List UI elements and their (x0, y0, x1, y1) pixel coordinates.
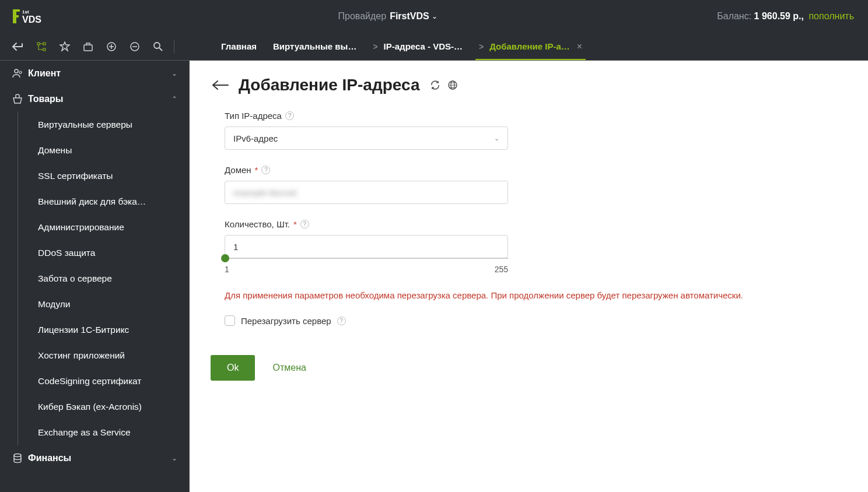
help-icon[interactable]: ? (285, 111, 294, 120)
sidebar-item-label: Товары (28, 94, 172, 104)
sidebar-sub-domains[interactable]: Домены (24, 138, 189, 163)
required-marker: * (255, 165, 258, 175)
briefcase-icon[interactable] (78, 37, 98, 57)
slider-range: 1 255 (225, 265, 508, 274)
ok-button[interactable]: Ok (211, 355, 255, 381)
svg-point-10 (19, 71, 22, 73)
chevron-down-icon: ⌄ (494, 135, 499, 142)
tab-add-ip[interactable]: > Добавление IP-а… × (471, 33, 590, 60)
sidebar-sub-external-disk[interactable]: Внешний диск для бэка… (24, 189, 189, 215)
tab-main[interactable]: Главная (213, 33, 265, 60)
field-ip-type: Тип IP-адреса ? IPv6-адрес ⌄ (225, 111, 829, 150)
content-area: Добавление IP-адреса Тип IP-адреса ? IPv… (190, 61, 868, 492)
chevron-down-icon: ⌄ (172, 69, 177, 78)
reboot-checkbox[interactable] (225, 315, 235, 326)
refresh-icon[interactable] (429, 79, 441, 91)
balance-display: Баланс: 1 960.59 р., пополнить (717, 11, 854, 22)
svg-rect-4 (43, 48, 46, 51)
provider-name: FirstVDS (390, 11, 429, 22)
sidebar-sub-server-care[interactable]: Забота о сервере (24, 266, 189, 291)
page-header: Добавление IP-адреса (211, 76, 847, 94)
select-value: IPv6-адрес (233, 133, 278, 143)
svg-text:1st: 1st (22, 9, 29, 15)
sidebar-sub-cyber-backup[interactable]: Кибер Бэкап (ex-Acronis) (24, 394, 189, 420)
form-buttons: Ok Отмена (211, 355, 829, 381)
tab-label: Добавление IP-а… (489, 41, 570, 51)
plus-circle-icon[interactable] (102, 37, 121, 57)
field-label: Тип IP-адреса ? (225, 111, 829, 121)
tab-virtual[interactable]: Виртуальные вы… (265, 33, 365, 60)
basket-icon (12, 93, 28, 105)
sidebar-sub-app-hosting[interactable]: Хостинг приложений (24, 343, 189, 368)
sidebar-item-label: Финансы (28, 453, 172, 463)
sidebar-sub-products: Виртуальные серверы Домены SSL сертифика… (18, 112, 189, 445)
help-icon[interactable]: ? (300, 220, 309, 229)
topup-link[interactable]: пополнить (808, 11, 854, 21)
database-icon (12, 452, 28, 464)
help-icon[interactable]: ? (261, 166, 270, 174)
reboot-label: Перезагрузить сервер (241, 316, 331, 326)
top-header: 1st VDS Провайдер FirstVDS ⌄ Баланс: 1 9… (0, 0, 868, 33)
page-header-icons (429, 79, 459, 91)
breadcrumb-chevron-icon: > (479, 42, 484, 51)
slider-max: 255 (495, 265, 508, 274)
sidebar-sub-virtual-servers[interactable]: Виртуальные серверы (24, 112, 189, 138)
svg-rect-5 (84, 45, 92, 51)
toolbar: Главная Виртуальные вы… > IP-адреса - VD… (0, 33, 868, 61)
sidebar-item-finance[interactable]: Финансы ⌄ (0, 445, 189, 471)
toolbar-divider (174, 40, 174, 54)
toolbar-icon-group (0, 37, 190, 57)
svg-rect-2 (37, 43, 40, 45)
tree-icon[interactable] (32, 37, 51, 57)
help-icon[interactable]: ? (337, 317, 346, 325)
balance-value: 1 960.59 р., (754, 11, 804, 21)
balance-label: Баланс: (717, 11, 751, 21)
quantity-value: 1 (233, 242, 238, 252)
sidebar-item-label: Клиент (28, 68, 172, 79)
required-marker: * (293, 219, 297, 229)
svg-point-8 (154, 43, 160, 48)
globe-icon[interactable] (447, 79, 459, 91)
warning-text: Для применения параметров необходима пер… (225, 289, 829, 301)
reboot-checkbox-row: Перезагрузить сервер ? (225, 315, 829, 326)
logo[interactable]: 1st VDS (12, 7, 58, 26)
sidebar-sub-admin[interactable]: Администрирование (24, 215, 189, 240)
close-icon[interactable]: × (577, 41, 582, 52)
tab-label: IP-адреса - VDS-… (384, 41, 463, 51)
sidebar-sub-modules[interactable]: Модули (24, 291, 189, 317)
slider-handle[interactable] (221, 254, 229, 262)
provider-selector[interactable]: Провайдер FirstVDS ⌄ (58, 11, 717, 22)
field-domain: Домен* ? example-blurred (225, 165, 829, 204)
back-button[interactable] (211, 79, 229, 91)
minus-circle-icon[interactable] (125, 37, 145, 57)
back-arrow-icon[interactable] (8, 37, 28, 57)
sidebar-sub-ssl[interactable]: SSL сертификаты (24, 163, 189, 189)
ip-type-select[interactable]: IPv6-адрес ⌄ (225, 126, 508, 150)
quantity-input[interactable]: 1 (225, 235, 508, 258)
chevron-down-icon: ⌄ (432, 12, 438, 20)
chevron-down-icon: ⌄ (172, 454, 177, 462)
sidebar-sub-codesigning[interactable]: CodeSigning сертификат (24, 368, 189, 394)
sidebar-sub-exchange[interactable]: Exchange as a Service (24, 420, 189, 445)
cancel-button[interactable]: Отмена (272, 363, 306, 373)
tab-ipaddresses[interactable]: > IP-адреса - VDS-… (365, 33, 471, 60)
field-label: Домен* ? (225, 165, 829, 175)
sidebar-sub-bitrix[interactable]: Лицензии 1С-Битрикс (24, 317, 189, 343)
domain-value-blurred: example-blurred (233, 188, 296, 198)
tab-label: Виртуальные вы… (273, 41, 356, 51)
sidebar-sub-ddos[interactable]: DDoS защита (24, 240, 189, 266)
quantity-slider[interactable] (225, 258, 508, 259)
svg-point-9 (15, 69, 18, 73)
search-icon[interactable] (148, 37, 168, 57)
svg-text:VDS: VDS (22, 15, 41, 24)
slider-min: 1 (225, 265, 229, 274)
sidebar-item-products[interactable]: Товары ⌃ (0, 86, 189, 112)
sidebar: Клиент ⌄ Товары ⌃ Виртуальные серверы До… (0, 61, 190, 492)
sidebar-item-client[interactable]: Клиент ⌄ (0, 61, 189, 86)
tabs-bar: Главная Виртуальные вы… > IP-адреса - VD… (190, 33, 868, 60)
domain-input[interactable]: example-blurred (225, 181, 508, 204)
form: Тип IP-адреса ? IPv6-адрес ⌄ Домен* ? ex… (211, 111, 829, 381)
field-label: Количество, Шт.* ? (225, 219, 829, 229)
tab-label: Главная (221, 41, 257, 51)
star-icon[interactable] (55, 37, 75, 57)
